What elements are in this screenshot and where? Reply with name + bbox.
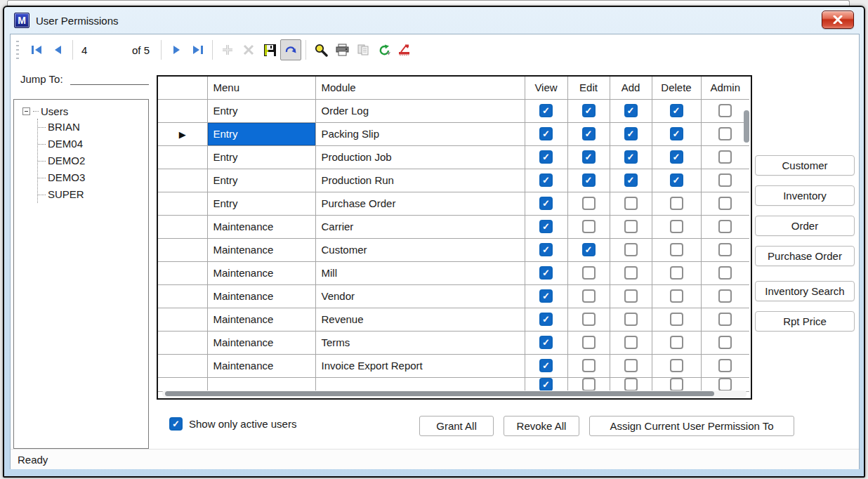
last-record-button[interactable] xyxy=(187,39,208,60)
delete-cell[interactable] xyxy=(652,261,701,284)
rpt-price-button[interactable]: Rpt Price xyxy=(755,311,855,332)
admin-cell[interactable] xyxy=(701,354,749,377)
row-selector[interactable] xyxy=(158,192,207,215)
edit-cell[interactable] xyxy=(567,215,610,238)
menu-cell[interactable]: Entry xyxy=(207,122,315,145)
permission-checkbox-add[interactable]: ✓ xyxy=(624,104,638,117)
menu-cell[interactable]: Maintenance xyxy=(207,215,315,238)
toolbar-grip[interactable] xyxy=(16,41,19,59)
jump-to-input[interactable] xyxy=(70,72,149,85)
permission-checkbox-delete[interactable] xyxy=(670,243,683,256)
menu-cell[interactable]: Entry xyxy=(207,145,315,169)
permission-checkbox-add[interactable] xyxy=(624,220,638,233)
add-cell[interactable] xyxy=(610,308,652,331)
admin-cell[interactable] xyxy=(701,145,749,169)
delete-cell[interactable] xyxy=(652,377,701,392)
delete-cell[interactable]: ✓ xyxy=(652,99,701,122)
permission-checkbox-add[interactable]: ✓ xyxy=(624,127,638,140)
permission-checkbox-edit[interactable]: ✓ xyxy=(582,173,596,187)
add-cell[interactable] xyxy=(610,377,652,392)
row-selector[interactable] xyxy=(158,284,207,308)
edit-cell[interactable] xyxy=(567,308,610,331)
inventory-button[interactable]: Inventory xyxy=(755,185,855,206)
permission-checkbox-admin[interactable] xyxy=(718,150,732,164)
permission-checkbox-admin[interactable] xyxy=(718,220,732,233)
permission-checkbox-admin[interactable] xyxy=(718,173,732,187)
add-cell[interactable]: ✓ xyxy=(610,122,652,145)
menu-cell[interactable]: Maintenance xyxy=(207,261,315,284)
delete-record-button[interactable] xyxy=(238,39,259,60)
add-cell[interactable] xyxy=(610,284,652,308)
tree-node-user[interactable]: DEMO2 xyxy=(38,152,148,169)
add-cell[interactable] xyxy=(610,192,652,215)
permission-checkbox-view[interactable]: ✓ xyxy=(539,104,553,117)
menu-cell[interactable]: Entry xyxy=(207,192,315,215)
column-header-admin[interactable]: Admin xyxy=(701,77,749,99)
add-cell[interactable]: ✓ xyxy=(610,169,652,192)
permission-checkbox-admin[interactable] xyxy=(718,266,732,280)
revoke-all-button[interactable]: Revoke All xyxy=(504,416,579,436)
module-cell[interactable]: Mill xyxy=(315,261,525,284)
delete-cell[interactable] xyxy=(652,215,701,238)
permission-checkbox-add[interactable] xyxy=(624,336,638,349)
view-cell[interactable]: ✓ xyxy=(525,238,567,261)
permission-checkbox-admin[interactable] xyxy=(718,313,732,326)
add-cell[interactable] xyxy=(610,215,652,238)
edit-cell[interactable]: ✓ xyxy=(567,99,610,122)
module-cell[interactable]: Vendor xyxy=(315,284,525,308)
permission-checkbox-view[interactable]: ✓ xyxy=(539,173,553,187)
permission-checkbox-add[interactable] xyxy=(624,266,638,280)
delete-cell[interactable] xyxy=(652,284,701,308)
permission-checkbox-delete[interactable] xyxy=(670,359,683,372)
view-cell[interactable]: ✓ xyxy=(525,145,567,169)
admin-cell[interactable] xyxy=(701,99,749,122)
permission-checkbox-add[interactable]: ✓ xyxy=(624,173,638,187)
admin-cell[interactable] xyxy=(701,331,749,354)
permission-checkbox-delete[interactable]: ✓ xyxy=(670,104,683,117)
row-selector[interactable]: ▶ xyxy=(158,122,207,145)
order-button[interactable]: Order xyxy=(755,216,855,236)
edit-cell[interactable] xyxy=(567,192,610,215)
delete-cell[interactable] xyxy=(652,354,701,377)
row-selector[interactable] xyxy=(158,238,207,261)
view-cell[interactable]: ✓ xyxy=(525,261,567,284)
row-selector[interactable] xyxy=(158,215,207,238)
permission-checkbox-add[interactable] xyxy=(624,378,638,391)
horizontal-scrollbar[interactable] xyxy=(162,391,747,397)
assign-current-user-permission-button[interactable]: Assign Current User Permission To xyxy=(589,416,794,436)
admin-cell[interactable] xyxy=(701,192,749,215)
module-cell[interactable]: Carrier xyxy=(315,215,525,238)
permission-checkbox-view[interactable]: ✓ xyxy=(539,336,553,349)
checkbox-icon[interactable]: ✓ xyxy=(169,417,183,431)
purchase-order-button[interactable]: Purchase Order xyxy=(755,246,855,266)
admin-cell[interactable] xyxy=(701,238,749,261)
permission-checkbox-delete[interactable]: ✓ xyxy=(670,150,683,164)
tree-node-user[interactable]: DEMO3 xyxy=(38,169,148,186)
permission-checkbox-admin[interactable] xyxy=(718,378,732,391)
edit-cell[interactable] xyxy=(567,377,610,392)
undo-button[interactable] xyxy=(280,39,301,60)
menu-cell[interactable]: Maintenance xyxy=(207,284,315,308)
module-cell[interactable]: Customer xyxy=(315,238,525,261)
first-record-button[interactable] xyxy=(26,39,47,60)
permission-checkbox-delete[interactable] xyxy=(670,266,683,280)
admin-cell[interactable] xyxy=(701,377,749,392)
module-cell[interactable]: Invoice Export Report xyxy=(315,354,525,377)
title-bar[interactable]: M User Permissions xyxy=(4,7,864,34)
permission-checkbox-add[interactable] xyxy=(624,289,638,303)
row-selector[interactable] xyxy=(158,145,207,169)
grant-all-button[interactable]: Grant All xyxy=(419,416,494,436)
row-selector[interactable] xyxy=(158,308,207,331)
permission-checkbox-view[interactable]: ✓ xyxy=(539,243,553,256)
permission-checkbox-add[interactable]: ✓ xyxy=(624,150,638,164)
view-cell[interactable]: ✓ xyxy=(525,331,567,354)
permission-checkbox-add[interactable] xyxy=(624,197,638,210)
permission-checkbox-edit[interactable]: ✓ xyxy=(582,104,596,117)
delete-cell[interactable]: ✓ xyxy=(652,145,701,169)
permission-checkbox-view[interactable]: ✓ xyxy=(539,313,553,326)
view-cell[interactable]: ✓ xyxy=(525,354,567,377)
permission-checkbox-delete[interactable] xyxy=(670,197,683,210)
column-header-selector[interactable] xyxy=(158,77,207,99)
add-cell[interactable] xyxy=(610,354,652,377)
edit-cell[interactable] xyxy=(567,331,610,354)
